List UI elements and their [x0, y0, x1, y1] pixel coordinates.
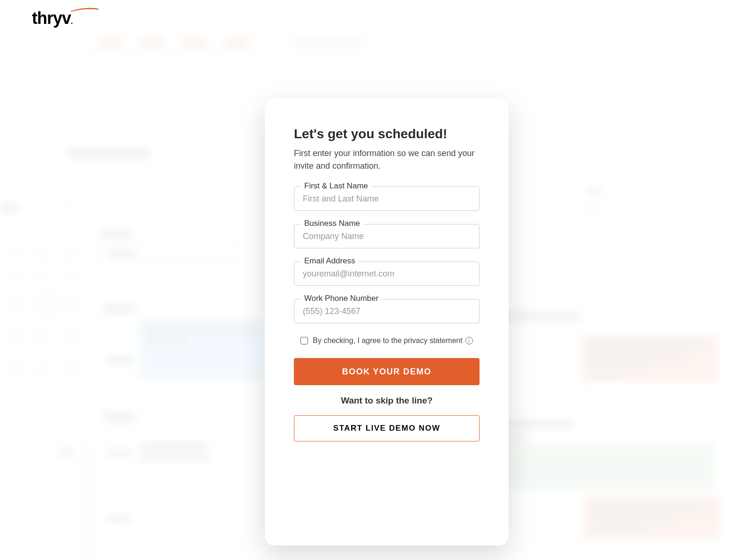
- logo-text: thryv: [32, 8, 71, 28]
- business-label: Business Name: [301, 219, 363, 228]
- logo: thryv.: [32, 8, 72, 28]
- privacy-checkbox-label: By checking, I agree to the privacy stat…: [313, 336, 462, 345]
- email-label: Email Address: [301, 256, 358, 266]
- book-demo-button[interactable]: BOOK YOUR DEMO: [294, 358, 480, 385]
- name-label: First & Last Name: [301, 181, 371, 191]
- start-live-demo-button[interactable]: START LIVE DEMO NOW: [294, 415, 480, 441]
- privacy-checkbox[interactable]: [300, 337, 308, 344]
- info-icon[interactable]: i: [465, 337, 473, 344]
- business-field-wrapper: Business Name: [294, 224, 480, 248]
- skip-line-text: Want to skip the line?: [294, 396, 480, 406]
- logo-swoosh-icon: [70, 7, 99, 12]
- phone-field-wrapper: Work Phone Number: [294, 299, 480, 323]
- name-field-wrapper: First & Last Name: [294, 187, 480, 211]
- modal-subtitle: First enter your information so we can s…: [294, 147, 480, 172]
- phone-label: Work Phone Number: [301, 294, 381, 303]
- schedule-demo-modal: Let's get you scheduled! First enter you…: [265, 98, 509, 545]
- modal-title: Let's get you scheduled!: [294, 127, 480, 142]
- email-field-wrapper: Email Address: [294, 261, 480, 286]
- privacy-checkbox-row: By checking, I agree to the privacy stat…: [294, 336, 480, 345]
